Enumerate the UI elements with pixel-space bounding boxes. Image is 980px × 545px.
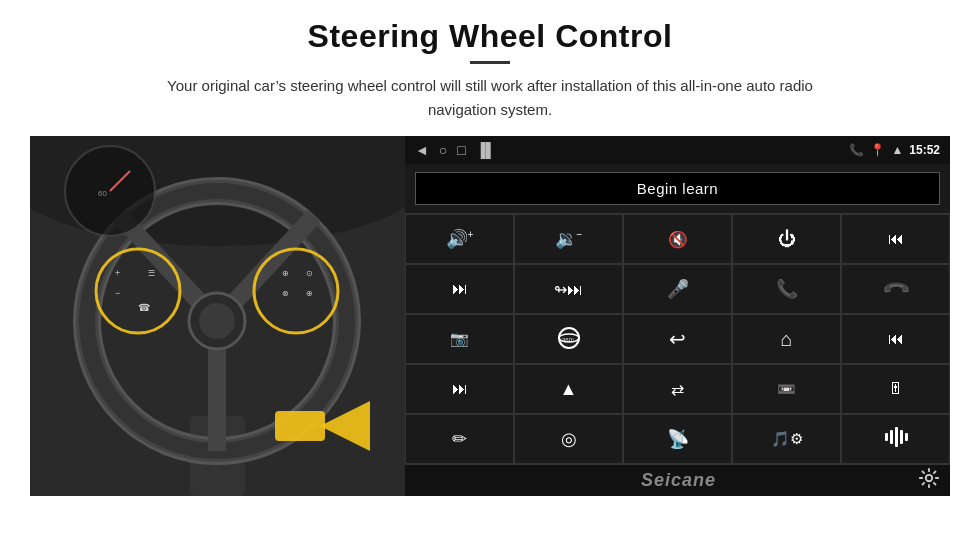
nav-back-icon[interactable]: ◄: [415, 142, 429, 158]
bluetooth-icon: 📡: [667, 428, 689, 450]
back-icon: ↩: [669, 327, 686, 351]
seicane-logo: Seicane: [439, 470, 918, 491]
status-bar: ◄ ○ □ ▐▌ 📞 📍 ▲ 15:52: [405, 136, 950, 164]
shuffle-icon: ↬⏭: [554, 280, 583, 299]
svg-text:⊕: ⊕: [306, 289, 313, 298]
waveform-icon: [884, 427, 908, 451]
camera2-icon: 📼: [777, 380, 796, 398]
nav-arrow-icon: ▲: [560, 379, 578, 400]
svg-text:−: −: [115, 288, 120, 298]
signal-icon: ▐▌: [476, 142, 496, 158]
status-left: ◄ ○ □ ▐▌: [415, 142, 496, 158]
eq2-icon: 🎚: [888, 380, 904, 398]
home-icon: ⌂: [780, 328, 792, 351]
nav-square-icon[interactable]: □: [457, 142, 465, 158]
ctrl-circle-btn[interactable]: ◎: [514, 414, 623, 464]
content-area: + ☰ − ☎ ⊕ ⊙ ⊗ ⊕ 60: [30, 136, 950, 496]
svg-text:⊙: ⊙: [306, 269, 313, 278]
controls-grid: 🔊+ 🔉− 🔇 ⏻ ⏮ ⏭ ↬⏭: [405, 213, 950, 464]
svg-text:☎: ☎: [138, 302, 150, 313]
circle-btn-icon: ◎: [561, 428, 577, 450]
swap-icon: ⇄: [671, 380, 684, 399]
ctrl-home[interactable]: ⌂: [732, 314, 841, 364]
phone-hangup-icon: 📞: [880, 273, 911, 304]
svg-rect-33: [905, 433, 908, 441]
nav-circle-icon[interactable]: ○: [439, 142, 447, 158]
ctrl-swap[interactable]: ⇄: [623, 364, 732, 414]
ff-icon: ⏭: [452, 380, 468, 398]
ctrl-vol-down[interactable]: 🔉−: [514, 214, 623, 264]
svg-text:360°: 360°: [562, 337, 575, 343]
svg-rect-31: [895, 427, 898, 447]
svg-text:60: 60: [98, 189, 107, 198]
svg-text:☰: ☰: [148, 269, 155, 278]
ctrl-skip-back[interactable]: ⏮: [841, 314, 950, 364]
location-status-icon: 📍: [870, 143, 885, 157]
svg-point-34: [926, 475, 932, 481]
ctrl-phone-hangup[interactable]: 📞: [841, 264, 950, 314]
svg-rect-29: [885, 433, 888, 441]
svg-point-10: [199, 303, 235, 339]
ctrl-back[interactable]: ↩: [623, 314, 732, 364]
next-track-icon: ⏭: [452, 280, 468, 298]
gear-icon: [918, 467, 940, 489]
ctrl-music[interactable]: 🎵⚙: [732, 414, 841, 464]
ctrl-nav-arrow[interactable]: ▲: [514, 364, 623, 414]
android-panel: ◄ ○ □ ▐▌ 📞 📍 ▲ 15:52 Begin learn: [405, 136, 950, 496]
ctrl-ff[interactable]: ⏭: [405, 364, 514, 414]
steering-wheel-image: + ☰ − ☎ ⊕ ⊙ ⊗ ⊕ 60: [30, 136, 405, 496]
status-right: 📞 📍 ▲ 15:52: [849, 143, 940, 157]
svg-rect-32: [900, 430, 903, 444]
camera-icon: 📷: [450, 330, 469, 348]
ctrl-pen[interactable]: ✏: [405, 414, 514, 464]
ctrl-eq2[interactable]: 🎚: [841, 364, 950, 414]
title-divider: [470, 61, 510, 64]
steering-wheel-svg: + ☰ − ☎ ⊕ ⊙ ⊗ ⊕ 60: [30, 136, 405, 496]
ctrl-power[interactable]: ⏻: [732, 214, 841, 264]
mic-icon: 🎤: [667, 278, 689, 300]
ctrl-360[interactable]: 360°: [514, 314, 623, 364]
vol-up-icon: 🔊+: [446, 228, 474, 250]
svg-rect-30: [890, 430, 893, 444]
ctrl-mute[interactable]: 🔇: [623, 214, 732, 264]
ctrl-camera2[interactable]: 📼: [732, 364, 841, 414]
wifi-status-icon: ▲: [891, 143, 903, 157]
prev-track-icon: ⏮: [888, 230, 904, 248]
svg-text:+: +: [115, 268, 120, 278]
time-display: 15:52: [909, 143, 940, 157]
begin-learn-row: Begin learn: [405, 164, 950, 213]
page-title: Steering Wheel Control: [30, 18, 950, 55]
begin-learn-button[interactable]: Begin learn: [415, 172, 940, 205]
svg-rect-22: [275, 411, 325, 441]
ctrl-bluetooth[interactable]: 📡: [623, 414, 732, 464]
svg-text:⊕: ⊕: [282, 269, 289, 278]
phone-status-icon: 📞: [849, 143, 864, 157]
svg-text:⊗: ⊗: [282, 289, 289, 298]
music-icon: 🎵⚙: [771, 430, 803, 448]
pen-icon: ✏: [452, 428, 467, 450]
phone-answer-icon: 📞: [776, 278, 798, 300]
page-container: Steering Wheel Control Your original car…: [0, 0, 980, 506]
ctrl-waveform[interactable]: [841, 414, 950, 464]
skip-back-icon: ⏮: [888, 330, 904, 348]
ctrl-mic[interactable]: 🎤: [623, 264, 732, 314]
ctrl-shuffle[interactable]: ↬⏭: [514, 264, 623, 314]
settings-gear-button[interactable]: [918, 467, 940, 494]
ctrl-next-track[interactable]: ⏭: [405, 264, 514, 314]
ctrl-phone-answer[interactable]: 📞: [732, 264, 841, 314]
mute-icon: 🔇: [668, 230, 688, 249]
title-section: Steering Wheel Control Your original car…: [30, 18, 950, 122]
ctrl-camera[interactable]: 📷: [405, 314, 514, 364]
ctrl-prev-track[interactable]: ⏮: [841, 214, 950, 264]
ctrl-vol-up[interactable]: 🔊+: [405, 214, 514, 264]
vol-down-icon: 🔉−: [555, 228, 583, 250]
subtitle-text: Your original car’s steering wheel contr…: [140, 74, 840, 122]
360-icon: 360°: [555, 324, 583, 354]
power-icon: ⏻: [778, 229, 796, 250]
bottom-bar: Seicane: [405, 464, 950, 496]
